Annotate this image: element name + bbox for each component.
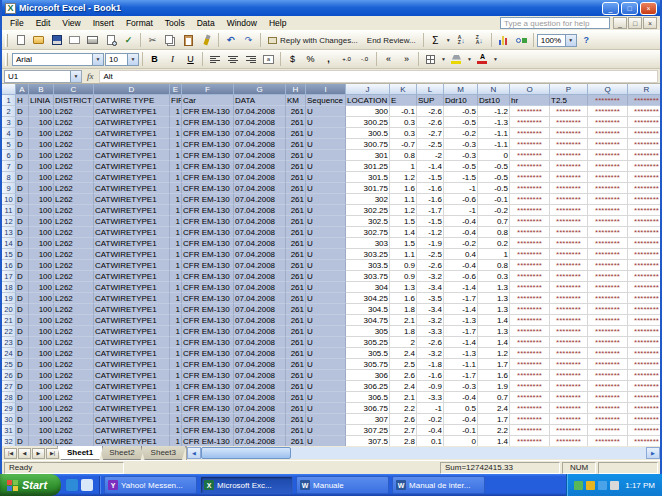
cell-N10[interactable]: -0.1 bbox=[478, 194, 510, 205]
row-header-21[interactable]: 21 bbox=[2, 315, 16, 326]
cell-C20[interactable]: L262 bbox=[54, 304, 94, 315]
cell-P31[interactable]: ******** bbox=[550, 425, 588, 436]
cell-M9[interactable]: -1 bbox=[444, 183, 478, 194]
cell-O24[interactable]: ******** bbox=[510, 348, 550, 359]
cell-K9[interactable]: 1.6 bbox=[390, 183, 417, 194]
cell-L23[interactable]: -2.6 bbox=[417, 337, 444, 348]
cell-L21[interactable]: -3.2 bbox=[417, 315, 444, 326]
cell-E31[interactable]: 1 bbox=[170, 425, 182, 436]
cell-A8[interactable]: D bbox=[16, 172, 29, 183]
align-right-icon[interactable] bbox=[242, 51, 259, 67]
cell-Q13[interactable]: ******** bbox=[588, 227, 628, 238]
cell-M20[interactable]: -1.4 bbox=[444, 304, 478, 315]
row-header-13[interactable]: 13 bbox=[2, 227, 16, 238]
cell-R13[interactable]: ******** bbox=[628, 227, 660, 238]
cell-R10[interactable]: ******** bbox=[628, 194, 660, 205]
font-name-dropdown-icon[interactable]: ▼ bbox=[92, 54, 103, 65]
taskbar-task-0[interactable]: YYahoo! Messen... bbox=[104, 476, 197, 494]
cell-M32[interactable]: 0 bbox=[444, 436, 478, 446]
cell-I30[interactable]: U bbox=[306, 414, 346, 425]
cell-N21[interactable]: 1.4 bbox=[478, 315, 510, 326]
select-all-corner[interactable] bbox=[2, 84, 16, 95]
toolbar-grip[interactable] bbox=[5, 34, 8, 47]
cell-M3[interactable]: -0.5 bbox=[444, 117, 478, 128]
taskbar-task-3[interactable]: WManual de inter... bbox=[392, 476, 485, 494]
cell-O17[interactable]: ******** bbox=[510, 271, 550, 282]
decrease-indent-icon[interactable]: « bbox=[380, 51, 397, 67]
font-size-select[interactable]: 10▼ bbox=[105, 53, 139, 66]
cell-O6[interactable]: ******** bbox=[510, 150, 550, 161]
cell-M4[interactable]: -0.2 bbox=[444, 128, 478, 139]
cell-E28[interactable]: 1 bbox=[170, 392, 182, 403]
cell-I20[interactable]: U bbox=[306, 304, 346, 315]
cell-E4[interactable]: 1 bbox=[170, 128, 182, 139]
cell-A9[interactable]: D bbox=[16, 183, 29, 194]
cell-G6[interactable]: 07.04.2008 bbox=[234, 150, 286, 161]
cell-F12[interactable]: CFR EM-130 bbox=[182, 216, 234, 227]
cell-Q31[interactable]: ******** bbox=[588, 425, 628, 436]
cell-B22[interactable]: 100 bbox=[29, 326, 54, 337]
cell-K24[interactable]: 2.4 bbox=[390, 348, 417, 359]
cell-J6[interactable]: 301 bbox=[346, 150, 390, 161]
menu-insert[interactable]: Insert bbox=[87, 17, 120, 29]
cell-P26[interactable]: ******** bbox=[550, 370, 588, 381]
cell-Q23[interactable]: ******** bbox=[588, 337, 628, 348]
cell-K6[interactable]: 0.8 bbox=[390, 150, 417, 161]
cell-A12[interactable]: D bbox=[16, 216, 29, 227]
cell-D12[interactable]: CATWIRETYPE1 bbox=[94, 216, 170, 227]
cell-L5[interactable]: -2.5 bbox=[417, 139, 444, 150]
print-preview-icon[interactable] bbox=[102, 32, 119, 48]
last-sheet-icon[interactable]: ▶| bbox=[46, 448, 59, 459]
cell-N23[interactable]: 1.4 bbox=[478, 337, 510, 348]
cell-N5[interactable]: -1.1 bbox=[478, 139, 510, 150]
cell-C31[interactable]: L262 bbox=[54, 425, 94, 436]
cell-F24[interactable]: CFR EM-130 bbox=[182, 348, 234, 359]
cell-J5[interactable]: 300.75 bbox=[346, 139, 390, 150]
column-header-B[interactable]: B bbox=[29, 84, 54, 95]
cell-M8[interactable]: -1.5 bbox=[444, 172, 478, 183]
cell-B20[interactable]: 100 bbox=[29, 304, 54, 315]
cell-R4[interactable]: ******** bbox=[628, 128, 660, 139]
menu-data[interactable]: Data bbox=[191, 17, 221, 29]
cell-O12[interactable]: ******** bbox=[510, 216, 550, 227]
cell-D24[interactable]: CATWIRETYPE1 bbox=[94, 348, 170, 359]
cell-L12[interactable]: -1.5 bbox=[417, 216, 444, 227]
save-icon[interactable] bbox=[48, 32, 65, 48]
cell-E12[interactable]: 1 bbox=[170, 216, 182, 227]
cell-A3[interactable]: D bbox=[16, 117, 29, 128]
column-header-N[interactable]: N bbox=[478, 84, 510, 95]
cell-I11[interactable]: U bbox=[306, 205, 346, 216]
cell-D16[interactable]: CATWIRETYPE1 bbox=[94, 260, 170, 271]
cell-K17[interactable]: 0.9 bbox=[390, 271, 417, 282]
cell-G27[interactable]: 07.04.2008 bbox=[234, 381, 286, 392]
cell-M13[interactable]: -0.4 bbox=[444, 227, 478, 238]
cell-E13[interactable]: 1 bbox=[170, 227, 182, 238]
redo-icon[interactable]: ↷ bbox=[240, 32, 257, 48]
volume-tray-icon[interactable] bbox=[610, 481, 619, 490]
cell-B24[interactable]: 100 bbox=[29, 348, 54, 359]
column-header-O[interactable]: O bbox=[510, 84, 550, 95]
cell-R1[interactable]: ******** bbox=[628, 95, 660, 106]
cell-K4[interactable]: 0.3 bbox=[390, 128, 417, 139]
row-header-27[interactable]: 27 bbox=[2, 381, 16, 392]
cell-B8[interactable]: 100 bbox=[29, 172, 54, 183]
cell-N15[interactable]: 1 bbox=[478, 249, 510, 260]
cell-D14[interactable]: CATWIRETYPE1 bbox=[94, 238, 170, 249]
cell-D22[interactable]: CATWIRETYPE1 bbox=[94, 326, 170, 337]
cell-H10[interactable]: 261 bbox=[286, 194, 306, 205]
cell-Q3[interactable]: ******** bbox=[588, 117, 628, 128]
cell-H23[interactable]: 261 bbox=[286, 337, 306, 348]
cell-C17[interactable]: L262 bbox=[54, 271, 94, 282]
cell-M6[interactable]: -0.3 bbox=[444, 150, 478, 161]
cell-K30[interactable]: 2.6 bbox=[390, 414, 417, 425]
cell-I5[interactable]: U bbox=[306, 139, 346, 150]
security-shield-icon[interactable] bbox=[574, 481, 583, 490]
cell-C3[interactable]: L262 bbox=[54, 117, 94, 128]
cell-L28[interactable]: -3.3 bbox=[417, 392, 444, 403]
cell-N9[interactable]: -0.5 bbox=[478, 183, 510, 194]
cell-C8[interactable]: L262 bbox=[54, 172, 94, 183]
row-header-25[interactable]: 25 bbox=[2, 359, 16, 370]
menu-format[interactable]: Format bbox=[120, 17, 159, 29]
cell-O15[interactable]: ******** bbox=[510, 249, 550, 260]
cell-H22[interactable]: 261 bbox=[286, 326, 306, 337]
